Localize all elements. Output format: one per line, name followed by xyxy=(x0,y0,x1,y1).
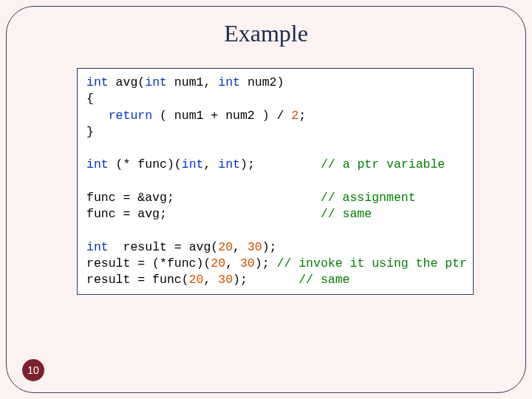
code-line xyxy=(86,174,464,190)
code-line: result = (*func)(20, 30); // invoke it u… xyxy=(86,256,464,272)
slide-title: Example xyxy=(7,20,525,47)
code-line: int (* func)(int, int); // a ptr variabl… xyxy=(86,157,464,173)
code-line xyxy=(86,140,464,157)
code-line: int result = avg(20, 30); xyxy=(86,239,464,256)
code-line: func = &avg; // assignment xyxy=(86,190,464,206)
page-number-badge: 10 xyxy=(22,359,44,381)
code-line: { xyxy=(86,91,464,107)
code-line: return ( num1 + num2 ) / 2; xyxy=(86,108,464,124)
code-line: func = avg; // same xyxy=(86,206,464,222)
code-line: int avg(int num1, int num2) xyxy=(86,75,464,91)
slide-frame: Example int avg(int num1, int num2) { re… xyxy=(6,6,526,393)
code-line: } xyxy=(86,124,464,140)
code-line: result = func(20, 30); // same xyxy=(86,272,464,288)
code-line xyxy=(86,222,464,239)
code-block: int avg(int num1, int num2) { return ( n… xyxy=(77,68,474,295)
